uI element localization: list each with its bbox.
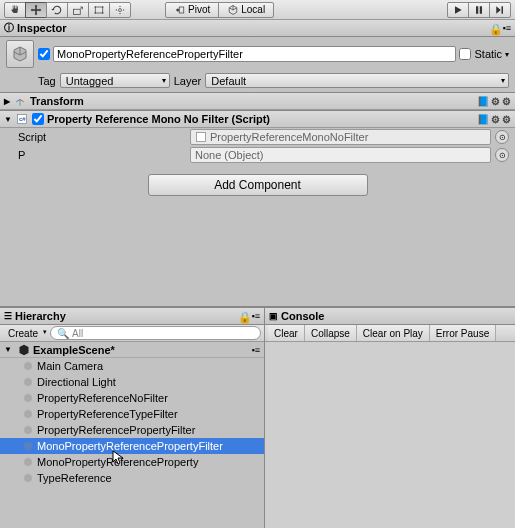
inspector-tab-label: Inspector [17,22,67,34]
rect-tool[interactable] [88,2,110,18]
p-field[interactable]: None (Object) [190,147,491,163]
script-field[interactable]: PropertyReferenceMonoNoFilter [190,129,491,145]
local-icon [227,4,239,16]
hierarchy-icon: ☰ [4,311,12,321]
create-dropdown[interactable]: Create [3,328,50,339]
hierarchy-item-label: TypeReference [37,472,112,484]
clear-button[interactable]: Clear [268,325,305,341]
hierarchy-item[interactable]: MonoPropertyReferencePropertyFilter [0,438,264,454]
preset-icon[interactable]: ⚙ [491,114,500,125]
hierarchy-item[interactable]: PropertyReferencePropertyFilter [0,422,264,438]
svg-text:c#: c# [19,116,26,122]
cube-icon [10,44,30,64]
tab-menu-icon[interactable]: ▪≡ [503,23,511,33]
gameobject-name-field[interactable] [53,46,456,62]
hierarchy-item[interactable]: PropertyReferenceTypeFilter [0,406,264,422]
local-toggle[interactable]: Local [218,2,274,18]
gameobject-icon [22,456,34,468]
hand-tool[interactable] [4,2,26,18]
gameobject-active-checkbox[interactable] [38,48,50,60]
hierarchy-item[interactable]: TypeReference [0,470,264,486]
inspector-icon: ⓘ [4,21,14,35]
scene-header[interactable]: ▼ ExampleScene* ▪≡ [0,342,264,358]
hierarchy-item-label: PropertyReferencePropertyFilter [37,424,195,436]
inspector-tab[interactable]: ⓘ Inspector 🔒 ▪≡ [0,20,515,37]
gameobject-icon[interactable] [6,40,34,68]
hand-icon [9,4,21,16]
static-dropdown-icon[interactable]: ▾ [505,50,509,59]
static-label: Static [474,48,502,60]
hierarchy-item[interactable]: MonoPropertyReferenceProperty [0,454,264,470]
pause-button[interactable] [468,2,490,18]
hierarchy-tab[interactable]: ☰ Hierarchy 🔒 ▪≡ [0,308,264,325]
script-enabled-checkbox[interactable] [32,113,44,125]
pivot-local-group: Pivot Local [165,2,274,18]
hierarchy-item[interactable]: Main Camera [0,358,264,374]
console-tab[interactable]: ▣ Console [265,308,515,325]
console-output [265,342,515,528]
lock-icon[interactable]: 🔒 [489,23,499,33]
pivot-toggle[interactable]: Pivot [165,2,219,18]
svg-point-4 [95,12,97,14]
transform-tools [4,2,131,18]
tag-label: Tag [38,75,56,87]
script-component: ▼ c# Property Reference Mono No Filter (… [0,110,515,164]
component-menu-icon[interactable]: ⚙ [502,114,511,125]
svg-rect-14 [197,133,206,142]
gameobject-icon [22,392,34,404]
hierarchy-toolbar: Create 🔍All [0,325,264,342]
clear-on-play-button[interactable]: Clear on Play [357,325,430,341]
step-button[interactable] [489,2,511,18]
foldout-icon[interactable]: ▶ [4,97,10,106]
object-picker-icon[interactable]: ⊙ [495,130,509,144]
error-pause-button[interactable]: Error Pause [430,325,496,341]
svg-rect-9 [476,6,478,14]
move-tool[interactable] [25,2,47,18]
help-icon[interactable]: 📘 [477,96,489,107]
help-icon[interactable]: 📘 [477,114,489,125]
foldout-icon[interactable]: ▼ [4,115,12,124]
tag-dropdown[interactable]: Untagged [60,73,170,88]
console-toolbar: Clear Collapse Clear on Play Error Pause [265,325,515,342]
gameobject-icon [22,376,34,388]
component-menu-icon[interactable]: ⚙ [502,96,511,107]
preset-icon[interactable]: ⚙ [491,96,500,107]
hierarchy-item-label: MonoPropertyReferencePropertyFilter [37,440,223,452]
layer-dropdown[interactable]: Default [205,73,509,88]
script-label: Script [6,131,186,143]
svg-rect-10 [480,6,482,14]
transform-header[interactable]: ▶ Transform 📘 ⚙ ⚙ [0,93,515,110]
svg-point-3 [102,6,104,8]
rotate-tool[interactable] [46,2,68,18]
gameobject-header: Static ▾ [0,37,515,71]
static-checkbox[interactable] [459,48,471,60]
svg-rect-11 [502,6,504,14]
scene-menu-icon[interactable]: ▪≡ [252,345,260,355]
transform-title: Transform [30,95,84,107]
script-title: Property Reference Mono No Filter (Scrip… [47,113,270,125]
play-icon [452,4,464,16]
hierarchy-item[interactable]: PropertyReferenceNoFilter [0,390,264,406]
hierarchy-search[interactable]: 🔍All [50,326,261,340]
object-picker-icon[interactable]: ⊙ [495,148,509,162]
scale-icon [72,4,84,16]
collapse-button[interactable]: Collapse [305,325,357,341]
move-icon [30,4,42,16]
script-header[interactable]: ▼ c# Property Reference Mono No Filter (… [0,111,515,128]
add-component-button[interactable]: Add Component [148,174,368,196]
hierarchy-item[interactable]: Directional Light [0,374,264,390]
hierarchy-item-label: PropertyReferenceNoFilter [37,392,168,404]
transform-tool[interactable] [109,2,131,18]
gameobject-icon [22,424,34,436]
play-controls [447,2,511,18]
lock-icon[interactable]: 🔒 [238,311,248,321]
tab-menu-icon[interactable]: ▪≡ [252,311,260,321]
svg-point-2 [95,6,97,8]
play-button[interactable] [447,2,469,18]
scale-tool[interactable] [67,2,89,18]
transform-icon [13,94,27,108]
hierarchy-item-label: MonoPropertyReferenceProperty [37,456,198,468]
foldout-icon[interactable]: ▼ [4,345,12,354]
console-icon: ▣ [269,311,278,321]
svg-rect-1 [95,7,103,13]
